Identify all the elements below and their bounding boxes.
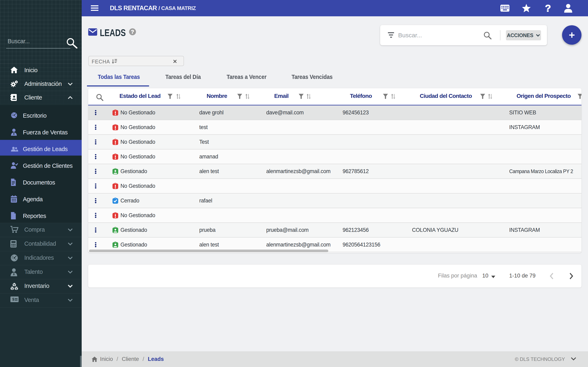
svg-text:$: $ (12, 297, 14, 301)
